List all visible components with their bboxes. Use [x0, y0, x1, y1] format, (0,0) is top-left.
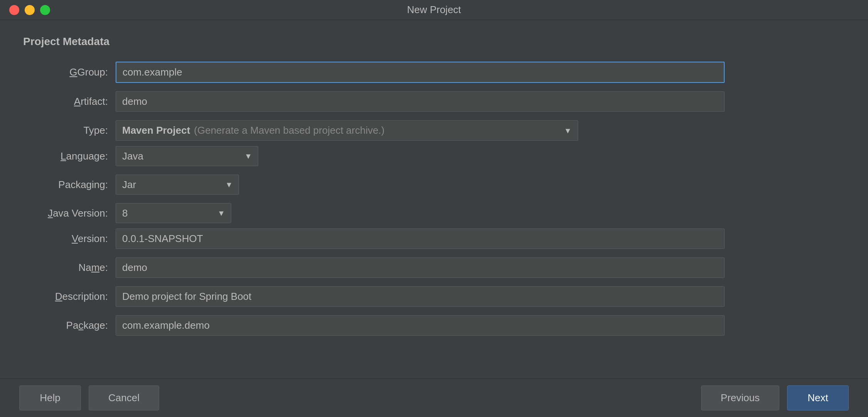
java-version-label: Java Version:	[23, 207, 116, 219]
group-input[interactable]	[116, 62, 725, 83]
java-version-select[interactable]: 8 11 17 21	[116, 203, 231, 223]
package-input[interactable]	[116, 315, 725, 336]
version-input[interactable]	[116, 229, 725, 249]
group-label: GGroup:	[23, 66, 116, 78]
previous-button[interactable]: Previous	[701, 385, 779, 410]
type-chevron-icon: ▼	[564, 126, 572, 135]
close-button[interactable]	[9, 5, 19, 15]
type-desc-text: (Generate a Maven based project archive.…	[194, 124, 384, 136]
package-label: Package:	[23, 319, 116, 331]
package-row: Package:	[23, 315, 845, 336]
maximize-button[interactable]	[40, 5, 50, 15]
java-version-select-wrapper: 8 11 17 21 ▼	[116, 203, 231, 223]
type-row: Type: Maven Project (Generate a Maven ba…	[23, 120, 845, 141]
description-row: Description:	[23, 286, 845, 307]
bottom-right-buttons: Previous Next	[701, 385, 849, 410]
name-label: Name:	[23, 262, 116, 274]
help-button[interactable]: Help	[19, 385, 81, 410]
packaging-select-wrapper: Jar War ▼	[116, 175, 239, 195]
version-label: Version:	[23, 233, 116, 245]
next-button[interactable]: Next	[787, 385, 849, 410]
minimize-button[interactable]	[25, 5, 35, 15]
language-label: Language:	[23, 150, 116, 162]
type-select-wrapper[interactable]: Maven Project (Generate a Maven based pr…	[116, 120, 578, 141]
name-row: Name:	[23, 257, 845, 278]
bottom-left-buttons: Help Cancel	[19, 385, 159, 410]
language-select[interactable]: Java Kotlin Groovy	[116, 146, 258, 166]
packaging-label: Packaging:	[23, 179, 116, 191]
type-select[interactable]: Maven Project (Generate a Maven based pr…	[116, 120, 578, 141]
cancel-button[interactable]: Cancel	[89, 385, 159, 410]
section-title: Project Metadata	[23, 35, 845, 48]
packaging-select[interactable]: Jar War	[116, 175, 239, 195]
packaging-row: Packaging: Jar War ▼	[23, 175, 845, 195]
type-main-text: Maven Project	[122, 124, 190, 136]
artifact-row: Artifact:	[23, 91, 845, 112]
description-label: Description:	[23, 291, 116, 303]
version-row: Version:	[23, 229, 845, 249]
artifact-label: Artifact:	[23, 96, 116, 108]
language-row: Language: Java Kotlin Groovy ▼	[23, 146, 845, 166]
group-row: GGroup:	[23, 62, 845, 83]
description-input[interactable]	[116, 286, 725, 307]
type-label: Type:	[23, 124, 116, 136]
java-version-row: Java Version: 8 11 17 21 ▼	[23, 203, 845, 223]
dialog-content: Project Metadata GGroup: Artifact: Type:…	[0, 20, 868, 360]
traffic-lights	[9, 5, 50, 15]
window-title: New Project	[407, 4, 461, 16]
artifact-input[interactable]	[116, 91, 725, 112]
bottom-bar: Help Cancel Previous Next	[0, 378, 868, 417]
name-input[interactable]	[116, 257, 725, 278]
language-select-wrapper: Java Kotlin Groovy ▼	[116, 146, 258, 166]
title-bar: New Project	[0, 0, 868, 20]
